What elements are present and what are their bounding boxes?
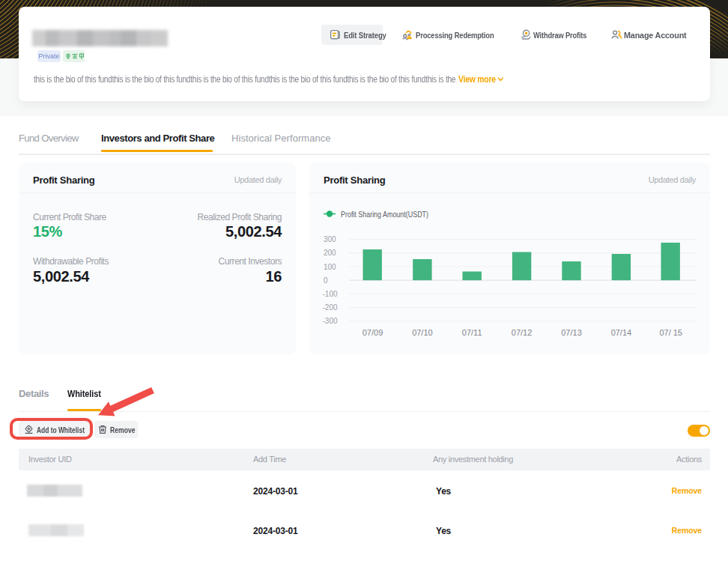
svg-text:0: 0 [324,276,328,285]
svg-text:300: 300 [324,235,336,243]
svg-text:07/11: 07/11 [462,328,482,337]
svg-text:-100: -100 [323,290,338,298]
svg-text:07/14: 07/14 [611,328,632,337]
svg-text:-300: -300 [323,317,338,325]
svg-text:100: 100 [324,263,336,271]
svg-text:-200: -200 [323,303,338,312]
svg-text:200: 200 [324,249,336,257]
svg-text:07/12: 07/12 [512,328,533,337]
svg-text:07/ 15: 07/ 15 [659,328,682,337]
svg-text:07/10: 07/10 [412,328,433,337]
svg-text:07/13: 07/13 [561,328,582,337]
svg-text:Profit Sharing Amount(USDT): Profit Sharing Amount(USDT) [341,210,428,219]
svg-text:07/09: 07/09 [363,328,383,337]
